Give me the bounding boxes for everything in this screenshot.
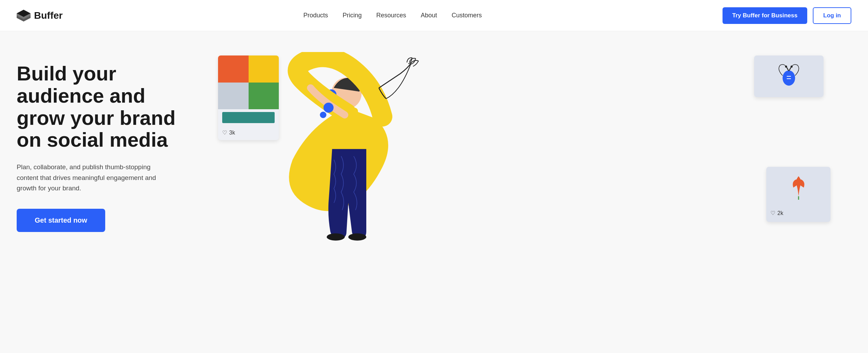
social-card-bottom-right: ♡ 2k (766, 167, 831, 222)
logo-link[interactable]: Buffer (17, 10, 62, 21)
nav-products[interactable]: Products (303, 12, 328, 19)
nav-links: Products Pricing Resources About Custome… (303, 12, 482, 19)
svg-point-7 (320, 112, 326, 118)
social-card-top-right (754, 55, 824, 97)
hero-illustration: ♡ 3k (197, 55, 851, 264)
login-button[interactable]: Log in (813, 7, 851, 24)
navbar: Buffer Products Pricing Resources About … (0, 0, 868, 31)
heart-icon-bottom: ♡ (770, 210, 775, 216)
bird-illustration (775, 62, 803, 90)
character-svg (246, 52, 447, 289)
svg-point-5 (348, 233, 366, 241)
tulip-illustration (785, 174, 812, 201)
svg-point-13 (785, 66, 787, 68)
nav-customers[interactable]: Customers (452, 12, 482, 19)
hero-subtitle: Plan, collaborate, and publish thumb-sto… (17, 162, 169, 193)
likes-count-bottom: 2k (777, 210, 783, 216)
card-likes-bottom: ♡ 2k (766, 208, 831, 218)
svg-point-6 (324, 103, 334, 113)
svg-point-8 (783, 70, 795, 86)
nav-pricing[interactable]: Pricing (343, 12, 362, 19)
get-started-button[interactable]: Get started now (17, 209, 105, 232)
nav-actions: Try Buffer for Business Log in (723, 7, 851, 24)
heart-icon: ♡ (222, 129, 227, 136)
logo-text: Buffer (34, 10, 62, 21)
hand-reaching (379, 58, 418, 99)
color-block-orange (218, 55, 249, 83)
nav-about[interactable]: About (421, 12, 437, 19)
likes-count-top: 3k (229, 130, 235, 136)
color-block-gray (218, 83, 249, 110)
hero-content: Build your audience and grow your brand … (17, 55, 197, 232)
nav-resources[interactable]: Resources (376, 12, 406, 19)
buffer-logo-icon (17, 10, 31, 21)
svg-point-4 (327, 233, 345, 241)
svg-point-14 (791, 66, 793, 68)
hero-title: Build your audience and grow your brand … (17, 62, 197, 151)
hero-section: Build your audience and grow your brand … (0, 31, 868, 353)
try-buffer-button[interactable]: Try Buffer for Business (723, 7, 807, 24)
hero-figure (246, 52, 447, 277)
